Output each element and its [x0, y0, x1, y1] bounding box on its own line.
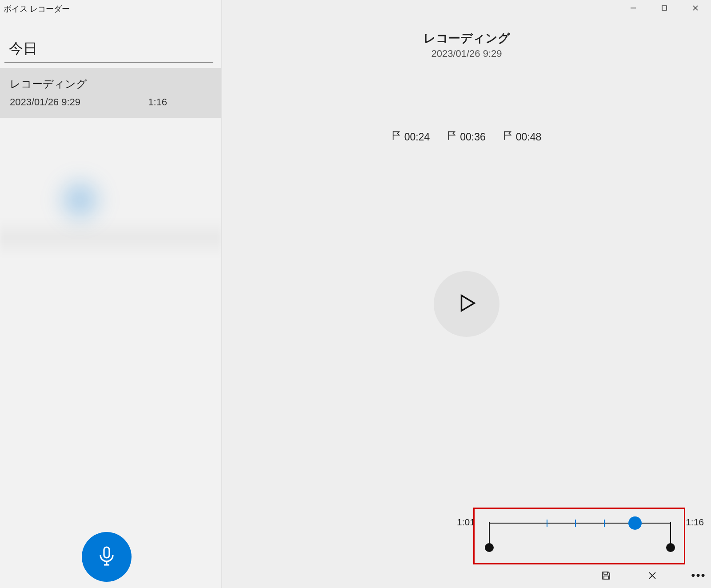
- decorative-blur: [53, 173, 107, 227]
- save-icon: [601, 570, 611, 583]
- svg-rect-9: [604, 576, 608, 579]
- close-icon: [647, 570, 658, 583]
- recording-list-item[interactable]: レコーディング 2023/01/26 9:29 1:16: [0, 68, 221, 118]
- svg-rect-4: [662, 6, 667, 10]
- app-root: ボイス レコーダー 今日 レコーディング 2023/01/26 9:29 1:1…: [0, 0, 711, 588]
- recording-item-duration: 1:16: [148, 96, 212, 108]
- marker-tick: [604, 520, 605, 527]
- marker-tick: [575, 520, 576, 527]
- save-button[interactable]: [598, 568, 614, 584]
- close-icon: [692, 4, 699, 13]
- cancel-button[interactable]: [644, 568, 660, 584]
- trim-highlight-box: [473, 508, 685, 564]
- marker-time: 00:24: [404, 131, 430, 143]
- trim-end-time: 1:16: [686, 517, 704, 528]
- play-icon: [456, 293, 477, 315]
- close-button[interactable]: [680, 0, 711, 18]
- recording-item-title: レコーディング: [10, 77, 212, 91]
- minimize-icon: [630, 4, 637, 13]
- more-icon: •••: [691, 573, 706, 580]
- flag-icon: [447, 131, 456, 143]
- marker-time: 00:48: [516, 131, 542, 143]
- more-button[interactable]: •••: [691, 568, 707, 584]
- svg-marker-7: [462, 296, 475, 311]
- maximize-button[interactable]: [649, 0, 680, 18]
- microphone-icon: [96, 545, 117, 568]
- flag-icon: [503, 131, 512, 143]
- marker-3[interactable]: 00:48: [503, 131, 542, 143]
- window-controls: [618, 0, 711, 18]
- minimize-button[interactable]: [618, 0, 649, 18]
- detail-datetime: 2023/01/26 9:29: [222, 46, 711, 60]
- marker-time: 00:36: [460, 131, 486, 143]
- trim-slider-track[interactable]: [489, 523, 671, 524]
- decorative-band: [0, 218, 221, 258]
- flag-icon: [392, 131, 401, 143]
- sidebar-section-today: 今日: [4, 17, 213, 63]
- playhead-handle[interactable]: [628, 516, 642, 530]
- recording-item-datetime: 2023/01/26 9:29: [10, 96, 80, 108]
- marker-1[interactable]: 00:24: [392, 131, 430, 143]
- app-title: ボイス レコーダー: [0, 0, 221, 17]
- svg-rect-0: [104, 547, 109, 558]
- record-button[interactable]: [82, 532, 132, 582]
- svg-rect-8: [604, 572, 607, 574]
- sidebar: ボイス レコーダー 今日 レコーディング 2023/01/26 9:29 1:1…: [0, 0, 221, 588]
- markers-row: 00:24 00:36 00:48: [222, 131, 711, 143]
- recording-item-meta: 2023/01/26 9:29 1:16: [10, 96, 212, 108]
- trim-end-handle[interactable]: [666, 543, 675, 552]
- maximize-icon: [661, 4, 668, 13]
- play-button[interactable]: [434, 271, 499, 337]
- marker-tick: [547, 520, 547, 527]
- main-pane: レコーディング 2023/01/26 9:29 00:24 00:36 00:4…: [221, 0, 711, 588]
- trim-start-time: 1:01: [457, 517, 475, 528]
- marker-2[interactable]: 00:36: [447, 131, 486, 143]
- bottom-toolbar: •••: [598, 568, 707, 584]
- trim-start-handle[interactable]: [485, 543, 494, 552]
